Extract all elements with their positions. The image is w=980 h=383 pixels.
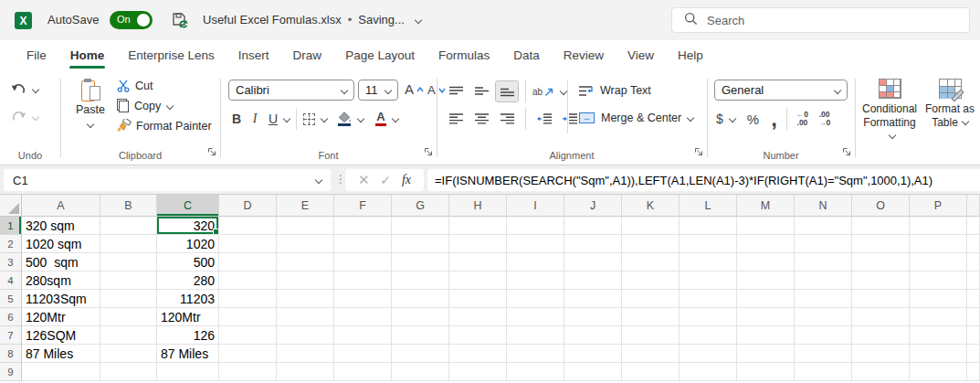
cell-M9[interactable] — [737, 363, 795, 381]
cell-F3[interactable] — [334, 253, 392, 271]
cell-G1[interactable] — [392, 217, 449, 235]
cell-N1[interactable] — [795, 217, 852, 235]
cell-C2[interactable]: 1020 — [157, 235, 219, 253]
cell-E5[interactable] — [277, 290, 334, 308]
cell-L8[interactable] — [680, 345, 737, 363]
cell-J2[interactable] — [564, 235, 622, 253]
cell-C7[interactable]: 126 — [157, 326, 219, 345]
cell-O2[interactable] — [852, 235, 910, 253]
cell-O5[interactable] — [852, 290, 910, 308]
cell-B6[interactable] — [100, 308, 157, 326]
cell-A8[interactable]: 87 Miles — [22, 345, 100, 363]
italic-button[interactable]: I — [247, 112, 263, 126]
font-color-button[interactable]: A — [375, 112, 386, 126]
percent-button[interactable]: % — [747, 112, 759, 127]
cell-M8[interactable] — [737, 345, 795, 363]
comma-style-button[interactable]: , — [771, 114, 777, 123]
row-header-8[interactable]: 8 — [0, 345, 22, 363]
cell-D7[interactable] — [219, 326, 277, 345]
cut-button[interactable]: Cut — [117, 80, 212, 92]
cell-G8[interactable] — [392, 345, 449, 363]
column-header-O[interactable]: O — [852, 195, 910, 217]
cell-P1[interactable] — [910, 217, 967, 235]
cell-K3[interactable] — [622, 253, 680, 271]
cell-E6[interactable] — [277, 308, 334, 326]
cell-H7[interactable] — [449, 326, 507, 345]
cell-H3[interactable] — [449, 253, 507, 271]
cell-J6[interactable] — [564, 308, 622, 326]
font-name-select[interactable]: Calibri — [228, 80, 354, 101]
name-box[interactable]: C1 — [4, 169, 331, 191]
cell-G2[interactable] — [392, 235, 449, 253]
column-header-M[interactable]: M — [737, 195, 795, 217]
cell-I7[interactable] — [507, 326, 564, 345]
cell-I1[interactable] — [507, 217, 564, 235]
cancel-icon[interactable]: ✕ — [358, 172, 370, 188]
tab-page-layout[interactable]: Page Layout — [333, 40, 427, 71]
orientation-button[interactable]: ab — [532, 87, 566, 97]
formula-input[interactable]: =IF(ISNUMBER(SEARCH("Sqm",A1)),LEFT(A1,L… — [427, 169, 980, 191]
cell-J4[interactable] — [564, 271, 622, 290]
cell-J1[interactable] — [564, 217, 622, 235]
copy-button[interactable]: Copy — [117, 99, 212, 112]
cell-M1[interactable] — [737, 217, 795, 235]
cell-N3[interactable] — [795, 253, 852, 271]
cell-F9[interactable] — [334, 363, 392, 381]
cell-B7[interactable] — [100, 326, 157, 345]
cell-O4[interactable] — [852, 271, 910, 290]
cell-D5[interactable] — [219, 290, 277, 308]
cell-O3[interactable] — [852, 253, 910, 271]
cell-A6[interactable]: 120Mtr — [22, 308, 100, 326]
cell-B3[interactable] — [100, 253, 157, 271]
font-size-select[interactable]: 11 — [358, 80, 398, 101]
cell-M5[interactable] — [737, 290, 795, 308]
cell-E9[interactable] — [277, 363, 334, 381]
cell-N9[interactable] — [795, 363, 852, 381]
redo-button[interactable] — [11, 110, 38, 123]
cell-N5[interactable] — [795, 290, 852, 308]
undo-button[interactable] — [11, 82, 38, 96]
cell-I6[interactable] — [507, 308, 564, 326]
tab-review[interactable]: Review — [552, 40, 616, 71]
cell-A9[interactable] — [22, 363, 100, 381]
cell-D6[interactable] — [219, 308, 277, 326]
cell-A7[interactable]: 126SQM — [22, 326, 100, 345]
cell-J3[interactable] — [564, 253, 622, 271]
decrease-decimal-button[interactable]: .00→0 — [818, 111, 830, 127]
autosave-toggle[interactable]: On — [110, 11, 153, 29]
cell-G3[interactable] — [392, 253, 449, 271]
cell-G6[interactable] — [392, 308, 449, 326]
cell-F7[interactable] — [334, 326, 392, 345]
cell-D8[interactable] — [219, 345, 277, 363]
decrease-indent-button[interactable] — [532, 108, 556, 130]
cell-B4[interactable] — [100, 271, 157, 290]
cell-A5[interactable]: 11203Sqm — [22, 290, 100, 308]
cell-M6[interactable] — [737, 308, 795, 326]
search-box[interactable] — [671, 7, 970, 33]
column-header-K[interactable]: K — [622, 195, 680, 217]
column-header-C[interactable]: C — [157, 195, 219, 217]
tab-insert[interactable]: Insert — [227, 40, 281, 71]
cell-D3[interactable] — [219, 253, 277, 271]
cell-L3[interactable] — [680, 253, 737, 271]
column-header-L[interactable]: L — [680, 195, 737, 217]
cell-E7[interactable] — [277, 326, 334, 345]
search-input[interactable] — [707, 14, 935, 27]
cell-H6[interactable] — [449, 308, 507, 326]
cell-D2[interactable] — [219, 235, 277, 253]
cell-L6[interactable] — [680, 308, 737, 326]
cell-I2[interactable] — [507, 235, 564, 253]
cell-A2[interactable]: 1020 sqm — [22, 235, 100, 253]
cell-M7[interactable] — [737, 326, 795, 345]
cell-L2[interactable] — [680, 235, 737, 253]
cell-F2[interactable] — [334, 235, 392, 253]
number-dialog-launcher[interactable] — [842, 144, 851, 160]
bold-button[interactable]: B — [228, 112, 245, 126]
clipboard-dialog-launcher[interactable] — [207, 144, 216, 160]
cell-A1[interactable]: 320 sqm — [22, 217, 100, 235]
cell-J9[interactable] — [564, 363, 622, 381]
increase-decimal-button[interactable]: ←0.00 — [796, 111, 808, 127]
cell-P7[interactable] — [910, 326, 967, 345]
cell-B9[interactable] — [100, 363, 157, 381]
row-header-9[interactable]: 9 — [0, 363, 22, 381]
